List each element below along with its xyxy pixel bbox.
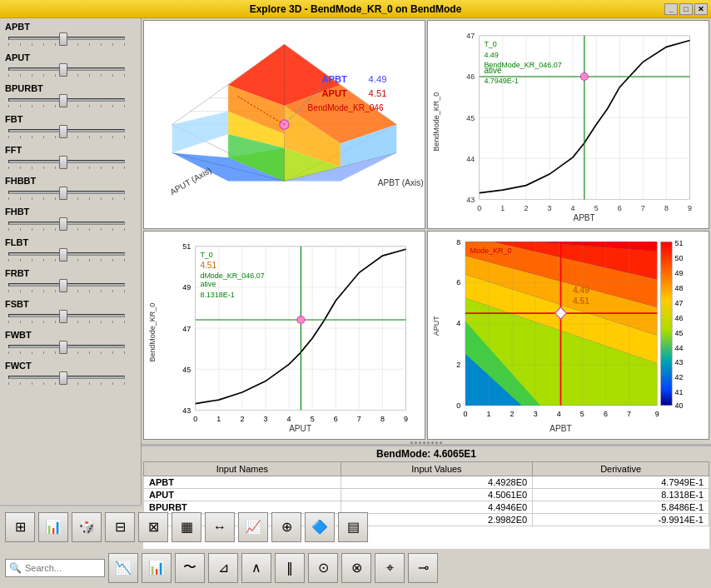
slider-thumb-fhbt[interactable] bbox=[59, 217, 67, 231]
wave-icon[interactable]: 〜 bbox=[175, 553, 205, 583]
slider-thumb-bpurbt[interactable] bbox=[59, 94, 67, 107]
svg-text:5: 5 bbox=[594, 204, 599, 212]
slider-thumb-fhbbt[interactable] bbox=[59, 187, 67, 200]
star-icon[interactable]: ⊗ bbox=[341, 553, 371, 583]
slider-label-apbt: APBT bbox=[5, 22, 136, 32]
slider-track-frbt[interactable] bbox=[8, 283, 125, 287]
2d-line-aput-svg: 51 49 47 45 43 0 1 2 3 4 5 6 7 bbox=[144, 232, 425, 439]
col-derivative: Derivative bbox=[533, 462, 709, 476]
svg-text:BendMode_KR_0: BendMode_KR_0 bbox=[432, 92, 440, 152]
slider-track-apbt[interactable] bbox=[8, 37, 125, 40]
svg-text:6: 6 bbox=[618, 204, 622, 212]
table-icon[interactable]: ⊟ bbox=[105, 512, 135, 542]
svg-text:8: 8 bbox=[664, 204, 669, 212]
scatter-icon[interactable]: ⊠ bbox=[138, 512, 168, 542]
slider-row-fwbt: FWBT bbox=[2, 330, 139, 354]
svg-text:48: 48 bbox=[675, 284, 684, 292]
slider-thumb-fbt[interactable] bbox=[59, 125, 67, 138]
slider-label-flbt: FLBT bbox=[5, 237, 136, 247]
col-input-names: Input Names bbox=[144, 462, 341, 476]
heatmap-icon[interactable]: ▤ bbox=[338, 512, 368, 542]
bar2-icon[interactable]: 📊 bbox=[142, 553, 172, 583]
svg-text:51: 51 bbox=[182, 242, 191, 251]
slider-label-fhbbt: FHBBT bbox=[5, 176, 136, 186]
arrow-icon[interactable]: ⊸ bbox=[408, 553, 438, 583]
slider-track-fsbt[interactable] bbox=[8, 314, 125, 317]
slider-track-fhbbt[interactable] bbox=[8, 191, 125, 194]
diamond-icon[interactable]: 🔷 bbox=[305, 512, 335, 542]
slider-thumb-fwbt[interactable] bbox=[59, 341, 67, 354]
table-header-row: Input Names Input Values Derivative bbox=[144, 462, 709, 476]
slider-track-flbt[interactable] bbox=[8, 252, 125, 256]
svg-text:49: 49 bbox=[675, 269, 684, 277]
svg-text:6: 6 bbox=[456, 278, 460, 287]
titlebar-controls[interactable]: _ □ ✕ bbox=[664, 3, 708, 15]
slider-track-fwbt[interactable] bbox=[8, 345, 125, 348]
search-bar[interactable]: 🔍 bbox=[5, 559, 105, 577]
svg-text:50: 50 bbox=[675, 254, 684, 262]
maximize-button[interactable]: □ bbox=[679, 3, 693, 15]
slider-track-fwct[interactable] bbox=[8, 376, 125, 379]
close-button[interactable]: ✕ bbox=[694, 3, 708, 15]
slider-thumb-apbt[interactable] bbox=[59, 32, 67, 46]
slider-thumb-flbt[interactable] bbox=[59, 248, 67, 262]
line-icon[interactable]: 📈 bbox=[238, 512, 268, 542]
svg-text:APUT: APUT bbox=[432, 316, 440, 336]
cell-value: 4.4928E0 bbox=[341, 476, 532, 489]
toolbar2: 🔍 📉📊〜⊿∧‖⊙⊗⌖⊸ bbox=[0, 547, 711, 588]
slider-thumb-fft[interactable] bbox=[59, 156, 67, 169]
svg-text:6: 6 bbox=[604, 410, 608, 418]
cross-icon[interactable]: ⌖ bbox=[375, 553, 405, 583]
svg-text:0: 0 bbox=[463, 410, 467, 418]
svg-text:8: 8 bbox=[456, 238, 460, 247]
minimize-button[interactable]: _ bbox=[664, 3, 678, 15]
svg-text:2: 2 bbox=[510, 410, 515, 418]
2d-line-apbt-svg: 47 46 45 44 43 0 1 2 3 4 5 6 7 bbox=[428, 21, 709, 228]
svg-text:44: 44 bbox=[675, 344, 684, 352]
table-row: APUT4.5061E08.1318E-1 bbox=[144, 489, 709, 501]
slider-row-fsbt: FSBT bbox=[2, 299, 139, 323]
svg-text:5: 5 bbox=[311, 415, 315, 423]
area-icon[interactable]: ∧ bbox=[241, 553, 271, 583]
3d-plot-icon[interactable]: 🎲 bbox=[72, 512, 102, 542]
filter-icon[interactable]: ⊿ bbox=[208, 553, 238, 583]
parallel2-icon[interactable]: ‖ bbox=[275, 553, 305, 583]
svg-point-49 bbox=[580, 72, 588, 80]
svg-text:BendMode_KR_0: BendMode_KR_0 bbox=[148, 303, 157, 362]
slider-track-fft[interactable] bbox=[8, 160, 125, 163]
svg-text:51: 51 bbox=[675, 239, 684, 247]
bar-chart-icon[interactable]: 📊 bbox=[38, 512, 68, 542]
plots-area: APBT (Axis) APUT (Axis) APBT 4.49 APUT 4… bbox=[142, 18, 711, 505]
svg-text:43: 43 bbox=[466, 196, 475, 204]
matrix-icon[interactable]: ▦ bbox=[172, 512, 201, 542]
plot-bottom-left[interactable]: 51 49 47 45 43 0 1 2 3 4 5 6 7 bbox=[143, 231, 425, 440]
slider-track-fhbt[interactable] bbox=[8, 222, 125, 225]
plus-icon[interactable]: ⊕ bbox=[271, 512, 301, 542]
slider-row-fhbt: FHBT bbox=[2, 207, 139, 231]
svg-text:T_0: T_0 bbox=[484, 40, 496, 48]
toolbar1: ⊞📊🎲⊟⊠▦↔📈⊕🔷▤ bbox=[0, 506, 711, 547]
slider-thumb-fwct[interactable] bbox=[59, 371, 67, 385]
slider-thumb-aput[interactable] bbox=[59, 63, 67, 77]
plot-top-left[interactable]: APBT (Axis) APUT (Axis) APBT 4.49 APUT 4… bbox=[143, 20, 425, 229]
svg-text:4.51: 4.51 bbox=[369, 88, 387, 98]
slider-thumb-frbt[interactable] bbox=[59, 279, 67, 292]
svg-point-89 bbox=[297, 316, 305, 324]
svg-text:45: 45 bbox=[675, 329, 684, 337]
circle-icon[interactable]: ⊙ bbox=[308, 553, 338, 583]
grid-plot-icon[interactable]: ⊞ bbox=[5, 512, 35, 542]
data-title-label: BendMode: bbox=[376, 448, 430, 460]
scatter2-icon[interactable]: 📉 bbox=[108, 553, 138, 583]
slider-track-fbt[interactable] bbox=[8, 129, 125, 132]
svg-text:4.51: 4.51 bbox=[573, 297, 589, 306]
svg-text:49: 49 bbox=[182, 283, 191, 292]
search-input[interactable] bbox=[25, 563, 100, 573]
slider-track-aput[interactable] bbox=[8, 67, 125, 71]
slider-thumb-fsbt[interactable] bbox=[59, 310, 67, 323]
parallel-icon[interactable]: ↔ bbox=[205, 512, 235, 542]
slider-row-fwct: FWCT bbox=[2, 361, 139, 385]
plot-bottom-right[interactable]: 4.49 4.51 Mode_KR_0 0 1 2 3 4 5 6 7 9 bbox=[427, 231, 709, 440]
plot-top-right[interactable]: 47 46 45 44 43 0 1 2 3 4 5 6 7 bbox=[427, 20, 709, 229]
slider-track-bpurbt[interactable] bbox=[8, 98, 125, 102]
cell-derivative: 4.7949E-1 bbox=[533, 476, 709, 489]
